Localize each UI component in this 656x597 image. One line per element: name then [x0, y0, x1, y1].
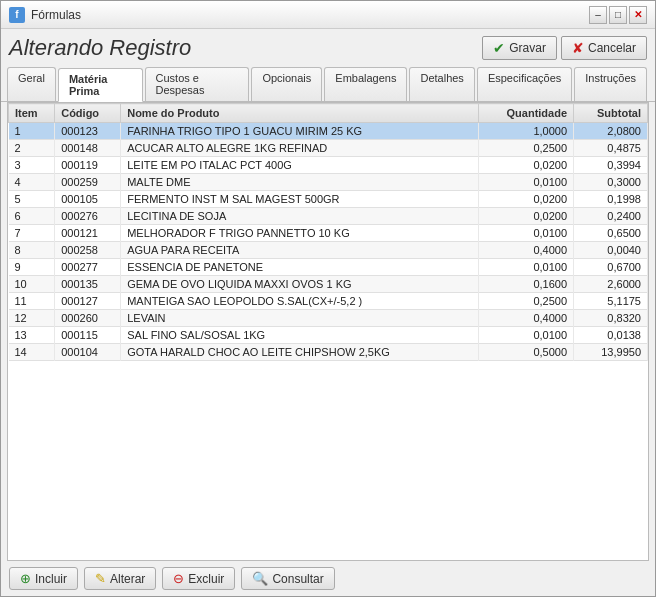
tab-opcionais[interactable]: Opcionais	[251, 67, 322, 101]
alterar-button[interactable]: ✎ Alterar	[84, 567, 156, 590]
cell-subtotal: 0,0040	[574, 242, 648, 259]
table-row[interactable]: 9000277ESSENCIA DE PANETONE0,01000,6700	[9, 259, 648, 276]
cancelar-button[interactable]: ✘ Cancelar	[561, 36, 647, 60]
cell-quantidade: 0,5000	[478, 344, 573, 361]
cell-quantidade: 0,0100	[478, 174, 573, 191]
items-table: Item Código Nome do Produto Quantidade S…	[8, 103, 648, 361]
cell-item: 14	[9, 344, 55, 361]
cell-nome: FERMENTO INST M SAL MAGEST 500GR	[121, 191, 479, 208]
cell-item: 9	[9, 259, 55, 276]
table-row[interactable]: 3000119LEITE EM PO ITALAC PCT 400G0,0200…	[9, 157, 648, 174]
table-row[interactable]: 13000115SAL FINO SAL/SOSAL 1KG0,01000,01…	[9, 327, 648, 344]
tab-custos[interactable]: Custos e Despesas	[145, 67, 250, 101]
cell-subtotal: 0,8320	[574, 310, 648, 327]
cell-codigo: 000260	[55, 310, 121, 327]
gravar-button[interactable]: ✔ Gravar	[482, 36, 557, 60]
table-row[interactable]: 10000135GEMA DE OVO LIQUIDA MAXXI OVOS 1…	[9, 276, 648, 293]
footer-bar: ⊕ Incluir ✎ Alterar ⊖ Excluir 🔍 Consulta…	[1, 561, 655, 596]
excluir-icon: ⊖	[173, 571, 184, 586]
cell-item: 3	[9, 157, 55, 174]
window-controls: – □ ✕	[589, 6, 647, 24]
col-subtotal: Subtotal	[574, 104, 648, 123]
table-row[interactable]: 4000259MALTE DME0,01000,3000	[9, 174, 648, 191]
page-title: Alterando Registro	[9, 35, 191, 61]
close-button[interactable]: ✕	[629, 6, 647, 24]
consultar-button[interactable]: 🔍 Consultar	[241, 567, 334, 590]
cell-quantidade: 0,0200	[478, 208, 573, 225]
table-row[interactable]: 5000105FERMENTO INST M SAL MAGEST 500GR0…	[9, 191, 648, 208]
excluir-button[interactable]: ⊖ Excluir	[162, 567, 235, 590]
cell-nome: GOTA HARALD CHOC AO LEITE CHIPSHOW 2,5KG	[121, 344, 479, 361]
cell-codigo: 000259	[55, 174, 121, 191]
cell-nome: LECITINA DE SOJA	[121, 208, 479, 225]
window-title: Fórmulas	[31, 8, 81, 22]
app-icon: f	[9, 7, 25, 23]
cell-item: 7	[9, 225, 55, 242]
cell-quantidade: 0,2500	[478, 293, 573, 310]
cancelar-label: Cancelar	[588, 41, 636, 55]
col-quantidade: Quantidade	[478, 104, 573, 123]
tab-instrucoes[interactable]: Instruções	[574, 67, 647, 101]
cell-subtotal: 0,4875	[574, 140, 648, 157]
maximize-button[interactable]: □	[609, 6, 627, 24]
cell-nome: ESSENCIA DE PANETONE	[121, 259, 479, 276]
cell-item: 11	[9, 293, 55, 310]
cell-quantidade: 0,2500	[478, 140, 573, 157]
incluir-button[interactable]: ⊕ Incluir	[9, 567, 78, 590]
cell-codigo: 000115	[55, 327, 121, 344]
tab-embalagens[interactable]: Embalagens	[324, 67, 407, 101]
cell-quantidade: 0,1600	[478, 276, 573, 293]
table-row[interactable]: 14000104GOTA HARALD CHOC AO LEITE CHIPSH…	[9, 344, 648, 361]
col-codigo: Código	[55, 104, 121, 123]
table-row[interactable]: 12000260LEVAIN0,40000,8320	[9, 310, 648, 327]
cell-quantidade: 0,4000	[478, 242, 573, 259]
cell-subtotal: 0,0138	[574, 327, 648, 344]
table-row[interactable]: 1000123FARINHA TRIGO TIPO 1 GUACU MIRIM …	[9, 123, 648, 140]
title-bar: f Fórmulas – □ ✕	[1, 1, 655, 29]
cell-codigo: 000127	[55, 293, 121, 310]
tab-detalhes[interactable]: Detalhes	[409, 67, 474, 101]
cell-subtotal: 0,2400	[574, 208, 648, 225]
cell-nome: LEVAIN	[121, 310, 479, 327]
cell-nome: ACUCAR ALTO ALEGRE 1KG REFINAD	[121, 140, 479, 157]
table-row[interactable]: 8000258AGUA PARA RECEITA0,40000,0040	[9, 242, 648, 259]
cell-item: 10	[9, 276, 55, 293]
cell-codigo: 000277	[55, 259, 121, 276]
cell-quantidade: 1,0000	[478, 123, 573, 140]
cell-subtotal: 2,0800	[574, 123, 648, 140]
cell-item: 12	[9, 310, 55, 327]
tab-especificacoes[interactable]: Especificações	[477, 67, 572, 101]
table-row[interactable]: 11000127MANTEIGA SAO LEOPOLDO S.SAL(CX+/…	[9, 293, 648, 310]
cell-quantidade: 0,0200	[478, 191, 573, 208]
main-window: f Fórmulas – □ ✕ Alterando Registro ✔ Gr…	[0, 0, 656, 597]
table-header-row: Item Código Nome do Produto Quantidade S…	[9, 104, 648, 123]
cell-codigo: 000258	[55, 242, 121, 259]
cell-codigo: 000123	[55, 123, 121, 140]
table-row[interactable]: 6000276LECITINA DE SOJA0,02000,2400	[9, 208, 648, 225]
incluir-icon: ⊕	[20, 571, 31, 586]
table-row[interactable]: 2000148ACUCAR ALTO ALEGRE 1KG REFINAD0,2…	[9, 140, 648, 157]
cell-subtotal: 5,1175	[574, 293, 648, 310]
table-row[interactable]: 7000121MELHORADOR F TRIGO PANNETTO 10 KG…	[9, 225, 648, 242]
tab-materia-prima[interactable]: Matéria Prima	[58, 68, 143, 102]
cell-codigo: 000104	[55, 344, 121, 361]
cell-subtotal: 0,1998	[574, 191, 648, 208]
check-icon: ✔	[493, 40, 505, 56]
alterar-label: Alterar	[110, 572, 145, 586]
minimize-button[interactable]: –	[589, 6, 607, 24]
cell-nome: MALTE DME	[121, 174, 479, 191]
cell-quantidade: 0,0200	[478, 157, 573, 174]
cell-item: 6	[9, 208, 55, 225]
x-icon: ✘	[572, 40, 584, 56]
cell-codigo: 000105	[55, 191, 121, 208]
alterar-icon: ✎	[95, 571, 106, 586]
table-container[interactable]: Item Código Nome do Produto Quantidade S…	[8, 103, 648, 560]
header-bar: Alterando Registro ✔ Gravar ✘ Cancelar	[1, 29, 655, 67]
cell-quantidade: 0,0100	[478, 259, 573, 276]
tab-geral[interactable]: Geral	[7, 67, 56, 101]
cell-nome: SAL FINO SAL/SOSAL 1KG	[121, 327, 479, 344]
table-body: 1000123FARINHA TRIGO TIPO 1 GUACU MIRIM …	[9, 123, 648, 361]
cell-nome: FARINHA TRIGO TIPO 1 GUACU MIRIM 25 KG	[121, 123, 479, 140]
cell-subtotal: 0,6700	[574, 259, 648, 276]
cell-quantidade: 0,0100	[478, 327, 573, 344]
